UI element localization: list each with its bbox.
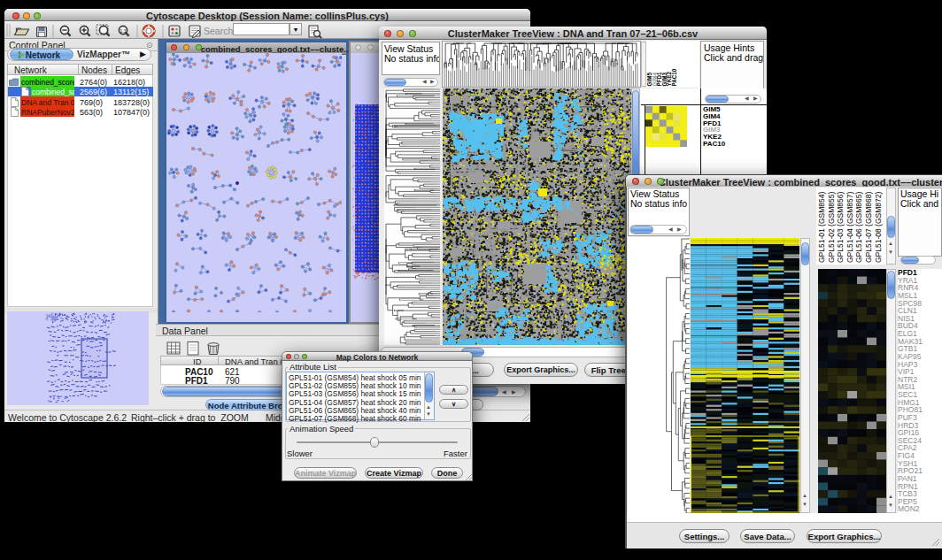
svg-text:GPL51-08 (GSM872): GPL51-08 (GSM872) [874,192,883,263]
svg-text:GPL51-02 (GSM855): GPL51-02 (GSM855) [827,192,836,263]
svg-text:GPL51-03 (GSM856): GPL51-03 (GSM856) [836,192,845,263]
svg-text:GPL51-06 (GSM865): GPL51-06 (GSM865) [854,192,863,263]
svg-text:GPL51-04 (GSM857): GPL51-04 (GSM857) [845,192,854,263]
svg-text:GPL51-07 (GSM868): GPL51-07 (GSM868) [864,192,873,263]
svg-text:1:1: 1:1 [120,28,127,34]
svg-text:GPL51-01 (GSM854): GPL51-01 (GSM854) [817,192,826,263]
